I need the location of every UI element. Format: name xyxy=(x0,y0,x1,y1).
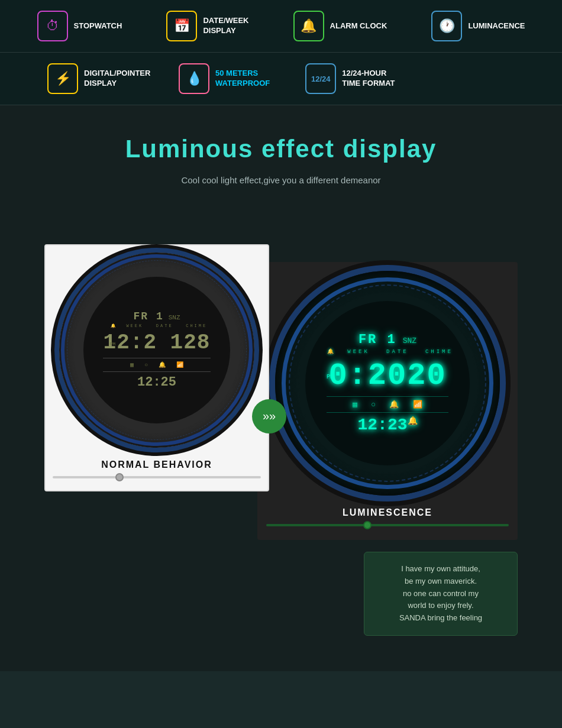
right-divider xyxy=(327,396,448,397)
left-time-secondary: 12:25 xyxy=(89,375,224,390)
luminous-title: Luminous effect display xyxy=(24,135,538,163)
normal-behavior-card: FR 1 SNZ 🔔 WEEK DATE CHIME PM 12:2 128 ▦… xyxy=(44,244,269,491)
waterproof-icon: 💧 xyxy=(179,63,209,94)
luminacence-icon: 🕐 xyxy=(431,11,462,41)
feature-luminacence: 🕐 LUMINACENCE xyxy=(431,11,525,41)
left-progress-bar xyxy=(53,476,261,478)
left-icons: ▦ ○ 🔔 📶 xyxy=(89,361,224,368)
arrow-button[interactable]: »» xyxy=(252,399,286,433)
left-divider xyxy=(103,358,211,358)
feature-digital-pointer: ⚡ DIGITAL/POINTER DISPLAY xyxy=(47,63,143,94)
left-lcd-display: FR 1 SNZ 🔔 WEEK DATE CHIME PM 12:2 128 ▦… xyxy=(89,310,224,390)
right-display-row1: FR 1 xyxy=(358,332,397,347)
right-time-secondary: 12:23🔔 xyxy=(311,416,463,434)
left-watch-label: NORMAL BEHAVIOR xyxy=(101,460,212,470)
quote-box: I have my own attitude, be my own maveri… xyxy=(364,552,518,636)
digital-pointer-icon: ⚡ xyxy=(47,63,78,94)
feature-alarm-clock: 🔔 ALARM CLOCK xyxy=(293,11,387,41)
right-snz: SNZ xyxy=(403,337,416,345)
left-pm: PM xyxy=(109,341,115,347)
stopwatch-icon: ⏱ xyxy=(37,11,68,41)
right-pm: PM xyxy=(327,374,334,380)
left-snz: SNZ xyxy=(169,314,180,321)
right-labels: 🔔 WEEK DATE CHIME xyxy=(311,348,463,355)
right-lcd-display: FR 1 SNZ 🔔 WEEK DATE CHIME PM 0:2020 ▦ ○… xyxy=(311,332,463,434)
right-progress-bar xyxy=(266,524,509,526)
waterproof-label: 50 METERS WATERPROOF xyxy=(215,69,270,89)
right-watch-inner: FR 1 SNZ 🔔 WEEK DATE CHIME PM 0:2020 ▦ ○… xyxy=(305,301,469,465)
left-display-row1: FR 1 xyxy=(133,310,163,322)
date-week-label: DATE/WEEK DISPLAY xyxy=(203,16,248,36)
quote-text: I have my own attitude, be my own maveri… xyxy=(399,564,482,622)
left-watch-inner: FR 1 SNZ 🔔 WEEK DATE CHIME PM 12:2 128 ▦… xyxy=(83,277,230,423)
left-progress-dot xyxy=(115,473,124,481)
right-watch-outer: FR 1 SNZ 🔔 WEEK DATE CHIME PM 0:2020 ▦ ○… xyxy=(275,271,500,496)
feature-date-week: 📅 DATE/WEEK DISPLAY xyxy=(166,11,248,41)
feature-stopwatch: ⏱ STOPWATCH xyxy=(37,11,122,41)
right-label-row: LUMINESCENCE xyxy=(266,507,509,518)
right-divider2 xyxy=(327,412,448,413)
alarm-clock-label: ALARM CLOCK xyxy=(330,21,387,31)
alarm-clock-icon: 🔔 xyxy=(293,11,324,41)
time-format-badge: 12/24 xyxy=(305,63,336,94)
right-progress-dot xyxy=(363,521,372,529)
right-icons: ▦ ○ 🔔 📶 xyxy=(311,400,463,409)
luminous-section: Luminous effect display Cool cool light … xyxy=(0,105,562,232)
left-divider2 xyxy=(103,371,211,372)
time-format-label: 12/24-HOUR TIME FORMAT xyxy=(342,69,395,89)
feature-waterproof: 💧 50 METERS WATERPROOF xyxy=(179,63,270,94)
luminescence-card: FR 1 SNZ 🔔 WEEK DATE CHIME PM 0:2020 ▦ ○… xyxy=(257,262,518,540)
luminous-subtitle: Cool cool light effect,give you a differ… xyxy=(24,175,538,185)
right-time-main: 0:2020 xyxy=(311,358,463,393)
left-watch-outer: FR 1 SNZ 🔔 WEEK DATE CHIME PM 12:2 128 ▦… xyxy=(59,253,254,448)
watch-section: FR 1 SNZ 🔔 WEEK DATE CHIME PM 12:2 128 ▦… xyxy=(0,232,562,671)
luminacence-label: LUMINACENCE xyxy=(468,21,525,31)
feature-time-format: 12/24 12/24-HOUR TIME FORMAT xyxy=(305,63,395,94)
features-bar: ⏱ STOPWATCH 📅 DATE/WEEK DISPLAY 🔔 ALARM … xyxy=(0,0,562,53)
digital-pointer-label: DIGITAL/POINTER DISPLAY xyxy=(84,69,143,89)
right-watch-label: LUMINESCENCE xyxy=(343,507,432,518)
left-labels: 🔔 WEEK DATE CHIME xyxy=(89,323,224,328)
left-label-row: NORMAL BEHAVIOR xyxy=(53,460,261,470)
stopwatch-label: STOPWATCH xyxy=(74,21,122,31)
date-week-icon: 📅 xyxy=(166,11,197,41)
features-bar-row2: ⚡ DIGITAL/POINTER DISPLAY 💧 50 METERS WA… xyxy=(0,53,562,105)
